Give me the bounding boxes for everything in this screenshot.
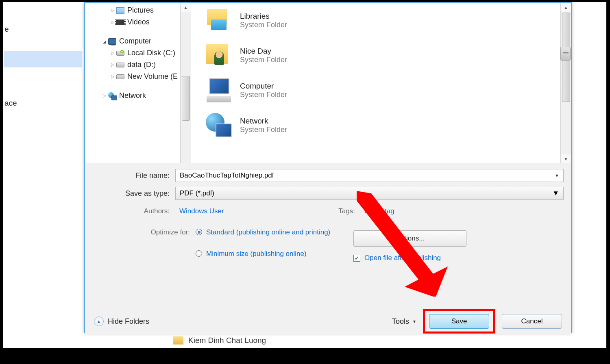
- save-button[interactable]: Save: [429, 314, 489, 329]
- file-name-value: BaoCaoThucTapTotNghiep.pdf: [180, 171, 274, 180]
- dropdown-icon[interactable]: ▼: [552, 189, 559, 197]
- expand-arrow-icon[interactable]: [109, 74, 116, 79]
- optimize-standard-label: Standard (publishing online and printing…: [206, 228, 330, 238]
- file-name-label: File name:: [92, 171, 175, 180]
- expand-arrow-icon[interactable]: [109, 8, 116, 13]
- tools-label: Tools: [392, 317, 409, 326]
- nav-label: data (D:): [127, 61, 156, 69]
- disk-icon: [116, 51, 124, 56]
- bg-bottom-label: Kiem Dinh Chat Luong: [188, 336, 266, 345]
- nav-label: Local Disk (C:): [127, 49, 175, 57]
- user-folder-icon: [206, 44, 231, 67]
- radio-icon: [196, 229, 202, 235]
- tools-menu[interactable]: Tools ▼: [392, 317, 416, 326]
- scroll-thumb[interactable]: [182, 76, 190, 121]
- file-name: Computer: [240, 82, 287, 91]
- checkbox-icon: [353, 255, 360, 262]
- nav-label: Computer: [119, 37, 151, 46]
- file-item-computer[interactable]: Computer System Folder: [205, 78, 571, 103]
- scroll-grip[interactable]: [560, 47, 571, 61]
- expand-arrow-icon[interactable]: [109, 62, 116, 67]
- nav-network[interactable]: Network: [85, 90, 191, 102]
- tags-value[interactable]: Add a tag: [365, 207, 394, 215]
- authors-value[interactable]: Windows User: [179, 207, 224, 215]
- open-after-checkbox[interactable]: Open file after publishing: [353, 254, 466, 262]
- file-type: System Folder: [240, 21, 287, 29]
- scroll-up-icon[interactable]: ▲: [181, 3, 191, 12]
- nav-pictures[interactable]: Pictures: [85, 4, 191, 16]
- dropdown-icon[interactable]: ▼: [555, 173, 559, 178]
- expand-arrow-icon[interactable]: [101, 93, 108, 98]
- authors-label: Authors:: [92, 207, 175, 215]
- optimize-standard-radio[interactable]: Standard (publishing online and printing…: [196, 228, 342, 238]
- nav-computer[interactable]: Computer: [85, 35, 191, 47]
- bg-text: e: [4, 25, 9, 34]
- options-button[interactable]: Options...: [353, 230, 466, 247]
- bg-bottom-item[interactable]: Kiem Dinh Chat Luong: [173, 336, 266, 345]
- file-list: Libraries System Folder Nice Day System …: [191, 3, 571, 163]
- optimize-minimum-label: Minimum size (publishing online): [206, 249, 307, 259]
- nav-scrollbar[interactable]: ▲: [180, 3, 191, 163]
- hide-folders-label: Hide Folders: [108, 317, 149, 326]
- save-as-dialog: Pictures Videos Computer: [84, 2, 572, 333]
- save-type-combo[interactable]: PDF (*.pdf) ▼: [175, 187, 564, 200]
- libraries-icon: [206, 9, 231, 32]
- dropdown-icon: ▼: [412, 319, 416, 324]
- nav-local-disk-c[interactable]: Local Disk (C:): [85, 47, 191, 59]
- folder-icon: [173, 336, 183, 344]
- file-name: Network: [240, 117, 287, 126]
- nav-label: Videos: [127, 18, 150, 26]
- disk-icon: [116, 63, 124, 67]
- nav-videos[interactable]: Videos: [85, 16, 191, 28]
- file-item-nice-day[interactable]: Nice Day System Folder: [205, 43, 571, 68]
- disk-icon: [116, 74, 124, 79]
- hide-folders-button[interactable]: ▲ Hide Folders: [94, 316, 149, 326]
- nav-label: Network: [119, 91, 146, 100]
- file-item-network[interactable]: Network System Folder: [205, 113, 571, 138]
- save-type-label: Save as type:: [92, 189, 175, 198]
- tags-label: Tags:: [336, 207, 361, 215]
- collapse-arrow-icon[interactable]: [101, 39, 108, 44]
- file-name-input[interactable]: BaoCaoThucTapTotNghiep.pdf ▼: [175, 169, 564, 182]
- cancel-button[interactable]: Cancel: [502, 314, 562, 329]
- open-after-label: Open file after publishing: [364, 254, 441, 262]
- scroll-up-icon[interactable]: ▲: [561, 3, 571, 12]
- computer-icon: [108, 38, 116, 45]
- network-icon: [108, 92, 116, 100]
- content-scrollbar[interactable]: ▲ ▼: [560, 3, 571, 163]
- save-type-value: PDF (*.pdf): [180, 189, 214, 197]
- nav-tree: Pictures Videos Computer: [85, 3, 191, 163]
- radio-icon: [196, 250, 202, 257]
- highlight-annotation: Save: [423, 309, 495, 334]
- bg-selected-row[interactable]: [4, 51, 82, 67]
- chevron-up-icon: ▲: [94, 316, 104, 326]
- file-name: Nice Day: [240, 47, 287, 56]
- bg-text: ace: [4, 99, 17, 108]
- nav-label: New Volume (E: [127, 72, 178, 81]
- scroll-down-icon[interactable]: ▼: [561, 154, 571, 163]
- file-type: System Folder: [240, 126, 287, 134]
- videos-icon: [116, 20, 124, 25]
- nav-data-d[interactable]: data (D:): [85, 59, 191, 71]
- pictures-icon: [116, 7, 124, 14]
- network-icon: [206, 113, 232, 137]
- nav-new-volume-e[interactable]: New Volume (E: [85, 71, 191, 82]
- file-item-libraries[interactable]: Libraries System Folder: [205, 8, 571, 33]
- file-type: System Folder: [240, 91, 287, 99]
- expand-arrow-icon[interactable]: [109, 50, 116, 56]
- optimize-minimum-radio[interactable]: Minimum size (publishing online): [196, 249, 342, 259]
- nav-label: Pictures: [127, 6, 154, 15]
- file-type: System Folder: [240, 56, 287, 64]
- optimize-label: Optimize for:: [92, 228, 196, 259]
- computer-icon: [206, 78, 232, 102]
- file-name: Libraries: [240, 12, 287, 21]
